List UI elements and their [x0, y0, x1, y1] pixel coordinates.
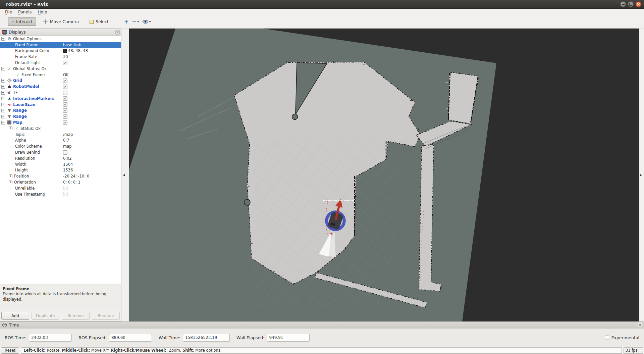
row-value-cell[interactable]: base_link: [62, 43, 121, 47]
time-panel-close-icon[interactable]: ×: [638, 323, 642, 327]
row-value-cell[interactable]: [62, 108, 121, 113]
row-value-cell[interactable]: [62, 150, 121, 155]
tree-row[interactable]: Resolution0.02: [0, 155, 121, 161]
tree-row[interactable]: +RobotModel: [0, 84, 121, 90]
minus-expander-icon[interactable]: −: [1, 37, 5, 41]
plus-expander-icon[interactable]: +: [9, 181, 12, 184]
enabled-checkbox[interactable]: [63, 61, 67, 65]
tree-row[interactable]: Alpha0.7: [0, 138, 121, 144]
title-bar[interactable]: robot.rviz* - RViz: [0, 0, 644, 9]
row-value-cell[interactable]: 1536: [62, 168, 121, 172]
tree-row[interactable]: Fixed Framebase_link: [0, 42, 121, 48]
enabled-checkbox[interactable]: [63, 120, 67, 125]
row-value-cell[interactable]: [62, 186, 121, 190]
enabled-checkbox[interactable]: [63, 85, 67, 89]
row-value-cell[interactable]: [62, 79, 121, 83]
row-value-cell[interactable]: [62, 61, 121, 65]
panel-close-icon[interactable]: ×: [115, 30, 120, 35]
menu-item-help[interactable]: Help: [35, 9, 50, 15]
wall-elapsed-field[interactable]: 949.91: [267, 334, 310, 342]
plus-expander-icon[interactable]: +: [1, 85, 5, 89]
row-value-cell[interactable]: -20.24; -10; 0: [62, 174, 121, 179]
tree-row[interactable]: −Global Options: [0, 36, 121, 42]
displays-panel-header[interactable]: Displays ×: [0, 29, 121, 36]
row-value-cell[interactable]: 1504: [62, 162, 121, 167]
tree-row[interactable]: −Global Status: Ok: [0, 66, 121, 72]
row-value-cell[interactable]: [62, 102, 121, 107]
render-canvas[interactable]: [129, 29, 639, 321]
collapse-left-icon[interactable]: ◀: [123, 173, 125, 176]
plus-expander-icon[interactable]: +: [1, 103, 5, 106]
plus-expander-icon[interactable]: +: [9, 127, 12, 130]
tree-row[interactable]: Draw Behind: [0, 149, 121, 155]
enabled-checkbox[interactable]: [63, 102, 67, 107]
enabled-checkbox[interactable]: [63, 108, 67, 113]
experimental-checkbox[interactable]: [605, 336, 609, 340]
wall-time-field[interactable]: 1581526523.19: [183, 334, 230, 342]
ros-time-field[interactable]: 2432.03: [29, 334, 72, 342]
toolbar-drag-handle[interactable]: [3, 17, 4, 26]
row-value-cell[interactable]: 0.7: [62, 138, 121, 143]
tree-row[interactable]: Height1536: [0, 167, 121, 173]
zoom-out-minus-icon[interactable]: −: [132, 19, 139, 24]
tree-row[interactable]: +Status: Ok: [0, 125, 121, 132]
row-value-cell[interactable]: 0.02: [62, 156, 121, 161]
enabled-checkbox[interactable]: [63, 79, 67, 83]
minus-expander-icon[interactable]: −: [1, 67, 5, 70]
tree-row[interactable]: +Position-20.24; -10; 0: [0, 173, 121, 179]
tree-row[interactable]: +TF: [0, 90, 121, 96]
right-dock-strip[interactable]: ▶: [639, 29, 644, 321]
tool-move-camera[interactable]: Move Camera: [40, 17, 83, 26]
menu-item-panels[interactable]: Panels: [15, 9, 35, 15]
tree-row[interactable]: Unreliable: [0, 185, 121, 191]
row-value-cell[interactable]: [62, 96, 121, 101]
row-value-cell[interactable]: [62, 85, 121, 89]
add-button[interactable]: Add: [1, 312, 29, 320]
chevron-down-icon[interactable]: [149, 21, 151, 23]
tree-row[interactable]: Use Timestamp: [0, 191, 121, 197]
tree-row[interactable]: +Grid: [0, 78, 121, 84]
tree-row[interactable]: +Range: [0, 108, 121, 114]
tree-row[interactable]: Topic/map: [0, 132, 121, 138]
tree-row[interactable]: −Map: [0, 119, 121, 125]
collapse-right-icon[interactable]: ▶: [640, 173, 642, 176]
close-icon[interactable]: [636, 1, 641, 7]
row-value-cell[interactable]: [62, 114, 121, 119]
enabled-checkbox[interactable]: [63, 192, 67, 196]
tree-row[interactable]: Default Light: [0, 60, 121, 66]
time-panel-header[interactable]: Time ×: [0, 322, 644, 328]
zoom-in-plus-icon[interactable]: +: [124, 19, 128, 24]
panel-splitter[interactable]: ◀: [121, 29, 129, 321]
3d-viewport[interactable]: [129, 29, 639, 321]
plus-expander-icon[interactable]: +: [1, 97, 5, 100]
visibility-eye-icon[interactable]: [143, 20, 151, 24]
enabled-checkbox[interactable]: [63, 150, 67, 155]
row-value-cell[interactable]: [62, 120, 121, 125]
chevron-down-icon[interactable]: [137, 21, 139, 23]
tree-row[interactable]: Width1504: [0, 161, 121, 167]
enabled-checkbox[interactable]: [63, 91, 67, 95]
row-value-cell[interactable]: 48; 48; 48: [62, 48, 121, 53]
tree-row[interactable]: Color Schememap: [0, 143, 121, 149]
tree-row[interactable]: +Range: [0, 113, 121, 119]
enabled-checkbox[interactable]: [63, 186, 67, 190]
plus-expander-icon[interactable]: +: [1, 109, 5, 112]
menu-item-file[interactable]: File: [2, 9, 15, 15]
maximize-icon[interactable]: [628, 1, 634, 7]
row-value-cell[interactable]: [62, 91, 121, 95]
enabled-checkbox[interactable]: [63, 96, 67, 101]
plus-expander-icon[interactable]: +: [1, 91, 5, 95]
tree-row[interactable]: +Orientation0; 0; 0; 1: [0, 179, 121, 185]
plus-expander-icon[interactable]: +: [1, 115, 5, 118]
minus-expander-icon[interactable]: −: [1, 121, 5, 124]
tree-row[interactable]: +LaserScan: [0, 102, 121, 108]
ros-elapsed-field[interactable]: 889.60: [109, 334, 152, 342]
row-value-cell[interactable]: [62, 192, 121, 196]
tree-row[interactable]: +InteractiveMarkers: [0, 96, 121, 102]
row-value-cell[interactable]: OK: [62, 72, 121, 77]
reset-button[interactable]: Reset: [1, 347, 19, 354]
row-value-cell[interactable]: /map: [62, 132, 121, 137]
minimize-icon[interactable]: [620, 1, 626, 7]
plus-expander-icon[interactable]: +: [9, 174, 12, 178]
tree-row[interactable]: Frame Rate30: [0, 54, 121, 60]
